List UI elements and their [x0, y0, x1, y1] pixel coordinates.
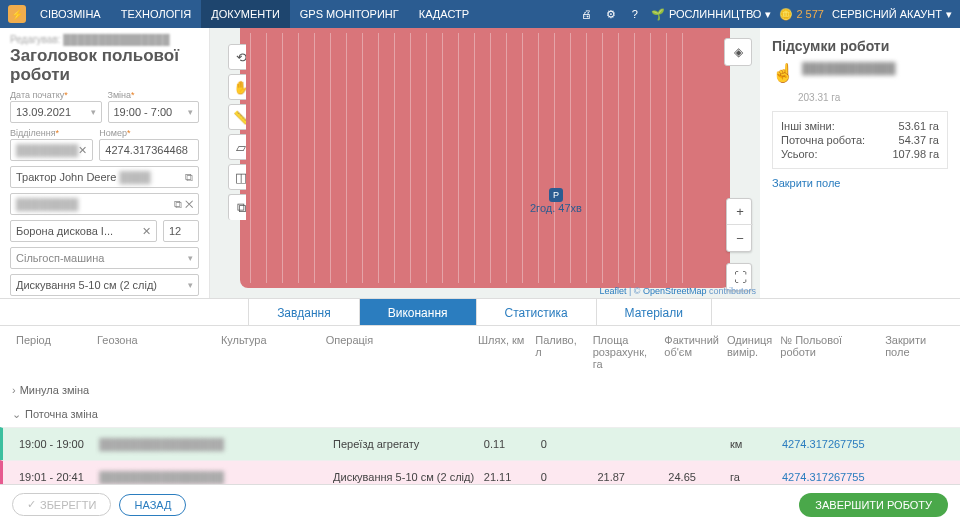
tab-stats[interactable]: Статистика: [477, 299, 597, 325]
page-title: Заголовок польової роботи: [10, 47, 199, 84]
ruler-tool-icon[interactable]: 📏: [228, 104, 246, 130]
zoom-in-icon[interactable]: +: [727, 199, 753, 225]
coins-balance[interactable]: 🪙 2 577: [779, 8, 824, 21]
bottom-bar: ✓ ЗБЕРЕГТИ НАЗАД ЗАВЕРШИТИ РОБОТУ: [0, 484, 960, 524]
module-select[interactable]: 🌱 РОСЛИННИЦТВО ▾: [651, 8, 772, 21]
summary-title: Підсумки роботи: [772, 38, 948, 54]
tractor-input[interactable]: Трактор John Deere ████⧉: [10, 166, 199, 188]
map-view[interactable]: for(let i=0;i<28;i++)document.write('<di…: [210, 28, 760, 298]
driver-input[interactable]: ████████⧉ ✕: [10, 193, 199, 215]
hand-icon: ☝: [772, 62, 794, 84]
clear-icon: ✕: [142, 225, 151, 238]
vehicle-marker[interactable]: P 2год. 47хв: [530, 188, 582, 214]
nav-crop[interactable]: СІВОЗМІНА: [30, 0, 111, 28]
table-header: Період Геозона Культура Операція Шлях, к…: [0, 326, 960, 378]
summary-panel: Підсумки роботи ☝ ████████████ 203.31 га…: [760, 28, 960, 298]
route-tool-icon[interactable]: ⟲: [228, 44, 246, 70]
area-tool-icon[interactable]: ◫: [228, 164, 246, 190]
field-name: ████████████: [802, 62, 948, 74]
print-icon[interactable]: 🖨: [579, 6, 595, 22]
field-polygon: for(let i=0;i<28;i++)document.write('<di…: [240, 28, 730, 288]
marker-label: 2год. 47хв: [530, 202, 582, 214]
work-number-link[interactable]: 4274.317267755: [778, 469, 882, 485]
table-row[interactable]: 19:00 - 19:00 ████████████████ Переїзд а…: [0, 427, 960, 460]
topbar-right: 🖨 ⚙ ? 🌱 РОСЛИННИЦТВО ▾ 🪙 2 577 СЕРВІСНИЙ…: [579, 6, 952, 22]
finish-button[interactable]: ЗАВЕРШИТИ РОБОТУ: [799, 493, 948, 517]
work-number-link[interactable]: 4274.317267755: [778, 436, 882, 452]
main-nav: СІВОЗМІНА ТЕХНОЛОГІЯ ДОКУМЕНТИ GPS МОНІТ…: [30, 0, 479, 28]
left-form: Редагував: ███████████████ Заголовок пол…: [0, 28, 210, 298]
save-button[interactable]: ✓ ЗБЕРЕГТИ: [12, 493, 111, 516]
dept-label: Відділення*: [10, 128, 93, 138]
nav-gps[interactable]: GPS МОНІТОРИНГ: [290, 0, 409, 28]
section-tabs: Завдання Виконання Статистика Матеріали: [0, 298, 960, 326]
count-input[interactable]: 12: [163, 220, 199, 242]
hand-tool-icon[interactable]: ✋: [228, 74, 246, 100]
map-attribution: Leaflet | © OpenStreetMap contributors: [599, 286, 756, 296]
date-input[interactable]: 13.09.2021▾: [10, 101, 102, 123]
nav-tech[interactable]: ТЕХНОЛОГІЯ: [111, 0, 202, 28]
clear-icon: ✕: [78, 144, 87, 157]
copy-icon: ⧉: [174, 198, 182, 210]
num-input[interactable]: 4274.317364468: [99, 139, 199, 161]
account-menu[interactable]: СЕРВІСНИЙ АКАУНТ ▾: [832, 8, 952, 21]
date-label: Дата початку*: [10, 90, 102, 100]
group-curr[interactable]: ⌄Поточна зміна: [0, 402, 960, 427]
gear-icon[interactable]: ⚙: [603, 6, 619, 22]
summary-area: 203.31 га: [798, 92, 948, 103]
tab-exec[interactable]: Виконання: [360, 299, 477, 325]
clear-icon: ✕: [185, 198, 193, 210]
dept-input[interactable]: ████████✕: [10, 139, 93, 161]
layers-icon[interactable]: ◈: [724, 38, 752, 66]
operation-select[interactable]: Дискування 5-10 см (2 слід)▾: [10, 274, 199, 296]
implement-input[interactable]: Борона дискова І...✕: [10, 220, 157, 242]
zoom-out-icon[interactable]: −: [727, 225, 753, 251]
machine-select[interactable]: Сільгосп-машина▾: [10, 247, 199, 269]
nav-docs[interactable]: ДОКУМЕНТИ: [201, 0, 290, 28]
shift-label: Зміна*: [108, 90, 200, 100]
topbar: ⚡ СІВОЗМІНА ТЕХНОЛОГІЯ ДОКУМЕНТИ GPS МОН…: [0, 0, 960, 28]
editing-info: Редагував: ███████████████: [10, 34, 199, 45]
tab-materials[interactable]: Матеріали: [597, 299, 712, 325]
copy-icon: ⧉: [185, 171, 193, 184]
group-prev[interactable]: ›Минула зміна: [0, 378, 960, 402]
nav-cadastre[interactable]: КАДАСТР: [409, 0, 479, 28]
chevron-right-icon: ›: [12, 384, 16, 396]
close-field-link[interactable]: Закрити поле: [772, 177, 948, 189]
tab-task[interactable]: Завдання: [248, 299, 360, 325]
chevron-down-icon: ⌄: [12, 408, 21, 421]
parking-icon: P: [549, 188, 563, 202]
help-icon[interactable]: ?: [627, 6, 643, 22]
draw-tool-icon[interactable]: ▱: [228, 134, 246, 160]
app-logo[interactable]: ⚡: [8, 5, 26, 23]
map-tools: ⟲ ✋ 📏 ▱ ◫ ⧉: [218, 38, 246, 224]
num-label: Номер*: [99, 128, 199, 138]
summary-box: Інші зміни:53.61 га Поточна робота:54.37…: [772, 111, 948, 169]
zoom-control: + −: [726, 198, 752, 252]
back-button[interactable]: НАЗАД: [119, 494, 186, 516]
copy-tool-icon[interactable]: ⧉: [228, 194, 246, 220]
shift-input[interactable]: 19:00 - 7:00▾: [108, 101, 200, 123]
